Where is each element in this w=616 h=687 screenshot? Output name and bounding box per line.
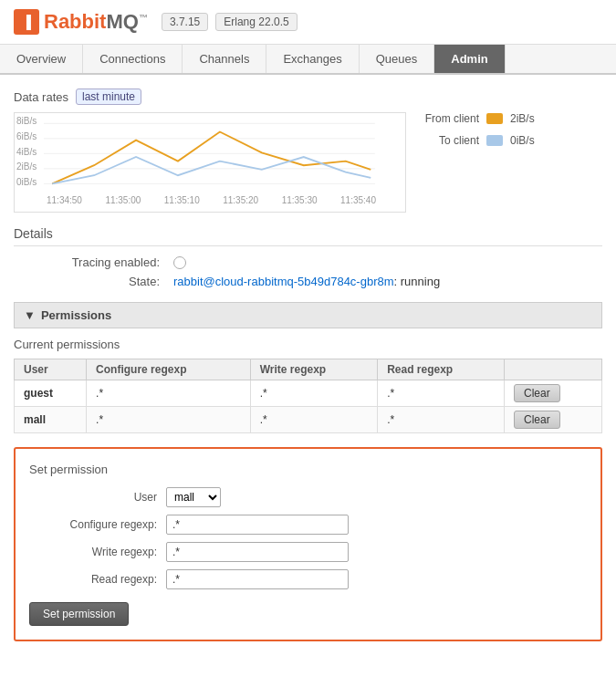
chart-svg <box>44 113 404 191</box>
clear-mall-cell: Clear <box>504 407 601 433</box>
permissions-header[interactable]: ▼ Permissions <box>14 302 602 328</box>
set-permission-box: Set permission User mall guest Configure… <box>14 447 602 641</box>
configure-input[interactable] <box>166 515 349 535</box>
tracing-row: Tracing enabled: <box>14 255 602 269</box>
user-select[interactable]: mall guest <box>166 487 221 507</box>
state-value: rabbit@cloud-rabbitmq-5b49d784c-gbr8m: r… <box>173 275 440 288</box>
from-client-color <box>486 113 503 124</box>
set-permission-button[interactable]: Set permission <box>29 602 129 626</box>
col-action <box>504 359 601 380</box>
clear-guest-cell: Clear <box>504 380 601 407</box>
table-row: guest .* .* .* Clear <box>15 380 602 407</box>
tracing-circle-icon <box>173 256 186 269</box>
main-content: Data rates last minute 8iB/s 6iB/s 4iB/s… <box>0 75 616 655</box>
configure-guest: .* <box>87 380 251 407</box>
configure-mall: .* <box>87 407 251 433</box>
chart-area: 8iB/s 6iB/s 4iB/s 2iB/s 0iB/s 11:34:50 <box>14 112 406 213</box>
user-guest: guest <box>15 380 87 407</box>
to-client-color <box>486 135 503 146</box>
nav-connections[interactable]: Connections <box>83 45 183 73</box>
user-form-label: User <box>29 491 157 504</box>
legend-to-client: To client 0iB/s <box>424 134 535 147</box>
version-badge: 3.7.15 <box>162 13 208 31</box>
write-input[interactable] <box>166 542 349 562</box>
user-mall: mall <box>15 407 87 433</box>
col-write: Write regexp <box>250 359 377 380</box>
read-input[interactable] <box>166 569 349 589</box>
chart-labels: 11:34:50 11:35:00 11:35:10 11:35:20 11:3… <box>15 193 405 207</box>
tracing-label: Tracing enabled: <box>32 255 160 269</box>
state-label: State: <box>32 275 160 288</box>
to-client-label: To client <box>424 134 479 147</box>
data-rates-label: Data rates <box>14 90 68 104</box>
permissions-table: User Configure regexp Write regexp Read … <box>14 359 602 433</box>
read-row: Read regexp: <box>29 569 587 589</box>
set-permission-title: Set permission <box>29 463 587 476</box>
period-badge: last minute <box>76 88 141 105</box>
permissions-title: Permissions <box>41 308 111 322</box>
write-form-label: Write regexp: <box>29 546 157 558</box>
current-permissions-title: Current permissions <box>14 338 602 351</box>
logo-icon: ▐ <box>14 9 39 35</box>
nav-queues[interactable]: Queues <box>360 45 435 73</box>
from-client-label: From client <box>424 112 479 125</box>
configure-row: Configure regexp: <box>29 515 587 535</box>
nav-channels[interactable]: Channels <box>183 45 266 73</box>
col-configure: Configure regexp <box>87 359 251 380</box>
nav-exchanges[interactable]: Exchanges <box>266 45 359 73</box>
chart-legend: From client 2iB/s To client 0iB/s <box>424 112 535 147</box>
data-rates-header: Data rates last minute <box>14 88 602 105</box>
collapse-icon: ▼ <box>24 308 36 322</box>
read-mall: .* <box>378 407 505 433</box>
from-client-value: 2iB/s <box>510 112 535 125</box>
chart-yaxis: 8iB/s 6iB/s 4iB/s 2iB/s 0iB/s <box>16 116 37 187</box>
read-form-label: Read regexp: <box>29 573 157 586</box>
state-status: : running <box>394 275 441 288</box>
header: ▐ RabbitMQ™ 3.7.15 Erlang 22.0.5 <box>0 0 616 45</box>
logo: ▐ RabbitMQ™ <box>14 9 148 35</box>
nav-overview[interactable]: Overview <box>0 45 83 73</box>
chart-container: 8iB/s 6iB/s 4iB/s 2iB/s 0iB/s 11:34:50 <box>14 112 602 213</box>
col-read: Read regexp <box>378 359 505 380</box>
nav-admin[interactable]: Admin <box>434 45 505 73</box>
details-title: Details <box>14 226 602 246</box>
user-row: User mall guest <box>29 487 587 507</box>
write-guest: .* <box>250 380 377 407</box>
state-host: rabbit@cloud-rabbitmq-5b49d784c-gbr8m <box>173 275 394 288</box>
to-client-value: 0iB/s <box>510 134 535 147</box>
clear-mall-button[interactable]: Clear <box>514 411 560 429</box>
logo-text: RabbitMQ™ <box>44 10 148 34</box>
configure-form-label: Configure regexp: <box>29 518 157 531</box>
clear-guest-button[interactable]: Clear <box>514 384 560 402</box>
write-row: Write regexp: <box>29 542 587 562</box>
legend-from-client: From client 2iB/s <box>424 112 535 125</box>
logo-rabbit: Rabbit <box>44 10 106 33</box>
write-mall: .* <box>250 407 377 433</box>
erlang-badge: Erlang 22.0.5 <box>215 13 297 31</box>
state-row: State: rabbit@cloud-rabbitmq-5b49d784c-g… <box>14 275 602 288</box>
details-section: Details Tracing enabled: State: rabbit@c… <box>14 226 602 288</box>
table-row: mall .* .* .* Clear <box>15 407 602 433</box>
read-guest: .* <box>378 380 505 407</box>
main-nav: Overview Connections Channels Exchanges … <box>0 45 616 75</box>
col-user: User <box>15 359 87 380</box>
